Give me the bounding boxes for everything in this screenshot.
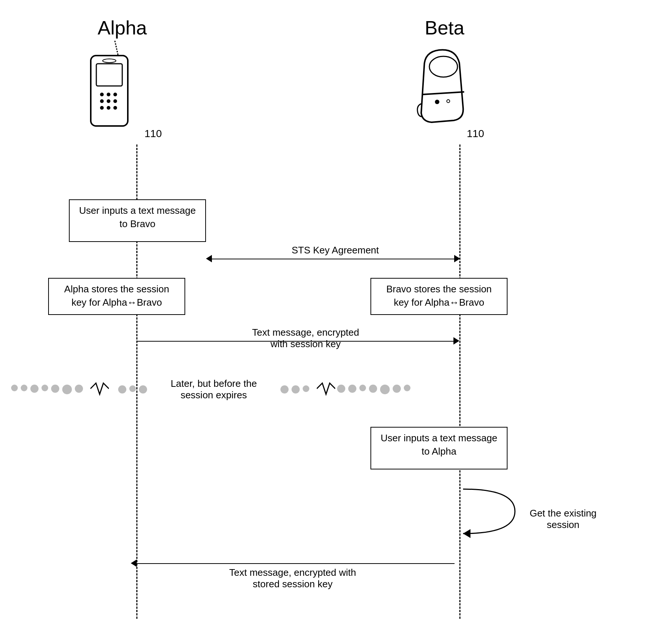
svg-point-8 xyxy=(113,99,117,103)
beta-ref-label: 110 xyxy=(467,128,484,140)
beta-label: Beta xyxy=(407,17,482,39)
user-input-alpha-box: User inputs a text messageto Alpha xyxy=(370,427,508,469)
time-break-row: Later, but before thesession expires xyxy=(0,378,672,401)
svg-point-16 xyxy=(447,100,450,103)
sts-label: STS Key Agreement xyxy=(252,245,419,256)
self-loop-label: Get the existingsession xyxy=(515,508,611,531)
time-break-label: Later, but before thesession expires xyxy=(171,378,257,401)
alpha-phone-icon xyxy=(74,37,139,142)
diagram-container: Alpha Beta xyxy=(0,0,672,631)
svg-point-11 xyxy=(113,106,117,110)
svg-point-9 xyxy=(100,106,104,110)
alpha-ref-label: 110 xyxy=(144,128,162,140)
user-input-bravo-box: User inputs a text message to Bravo xyxy=(69,199,206,242)
sts-arrow-line xyxy=(210,259,454,259)
svg-point-12 xyxy=(103,59,116,63)
svg-point-15 xyxy=(435,100,439,104)
text-msg-label: Text message, encryptedwith session key xyxy=(204,327,407,350)
stored-msg-arrow-line xyxy=(137,563,455,564)
svg-point-4 xyxy=(107,93,110,96)
stored-msg-label: Text message, encrypted withstored sessi… xyxy=(178,567,407,590)
text-msg-arrow-head xyxy=(453,337,459,345)
svg-marker-17 xyxy=(463,529,470,538)
svg-point-10 xyxy=(107,106,110,110)
svg-point-3 xyxy=(100,93,104,96)
beta-phone-icon xyxy=(402,37,476,135)
svg-point-13 xyxy=(429,56,458,77)
svg-rect-2 xyxy=(96,64,122,86)
sts-arrow-right-head xyxy=(454,255,460,262)
bravo-session-key-box: Bravo stores the sessionkey for Alpha↔Br… xyxy=(370,278,508,315)
alpha-session-key-box: Alpha stores the sessionkey for Alpha↔Br… xyxy=(48,278,185,315)
alpha-label: Alpha xyxy=(85,17,159,39)
stored-msg-arrow-head xyxy=(131,559,137,567)
svg-point-7 xyxy=(107,99,110,103)
svg-point-5 xyxy=(113,93,117,96)
svg-point-6 xyxy=(100,99,104,103)
